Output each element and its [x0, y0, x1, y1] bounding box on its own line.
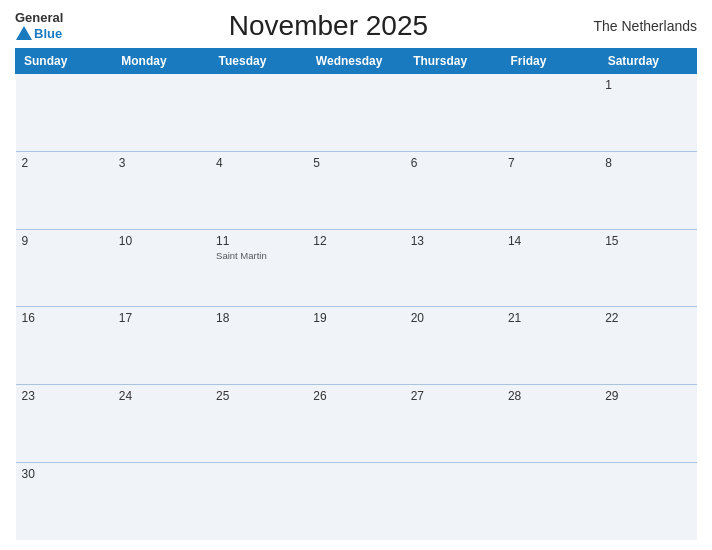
day-number: 20: [411, 311, 496, 325]
day-number: 28: [508, 389, 593, 403]
day-number: 26: [313, 389, 398, 403]
day-number: 8: [605, 156, 690, 170]
day-number: 18: [216, 311, 301, 325]
weekday-header-cell: Wednesday: [307, 49, 404, 74]
calendar-day-cell: 14: [502, 229, 599, 307]
calendar-day-cell: [210, 74, 307, 152]
calendar-day-cell: [307, 462, 404, 540]
calendar-day-cell: 17: [113, 307, 210, 385]
calendar-day-cell: 13: [405, 229, 502, 307]
day-number: 9: [22, 234, 107, 248]
calendar-day-cell: 1: [599, 74, 696, 152]
calendar-day-cell: [502, 462, 599, 540]
day-number: 23: [22, 389, 107, 403]
logo-triangle-icon: [16, 26, 32, 40]
calendar-day-cell: 30: [16, 462, 113, 540]
calendar-header: General Blue November 2025 The Netherlan…: [15, 10, 697, 42]
day-number: 21: [508, 311, 593, 325]
weekday-header-cell: Friday: [502, 49, 599, 74]
day-number: 2: [22, 156, 107, 170]
country-name: The Netherlands: [593, 18, 697, 34]
logo-blue-row: Blue: [15, 26, 62, 41]
day-number: 22: [605, 311, 690, 325]
calendar-day-cell: 19: [307, 307, 404, 385]
day-number: 15: [605, 234, 690, 248]
calendar-day-cell: 3: [113, 151, 210, 229]
calendar-week-row: 1: [16, 74, 697, 152]
event-label: Saint Martin: [216, 250, 301, 261]
calendar-day-cell: 25: [210, 385, 307, 463]
calendar-day-cell: 9: [16, 229, 113, 307]
day-number: 27: [411, 389, 496, 403]
calendar-day-cell: 12: [307, 229, 404, 307]
day-number: 1: [605, 78, 690, 92]
calendar-day-cell: 26: [307, 385, 404, 463]
calendar-day-cell: 10: [113, 229, 210, 307]
calendar-day-cell: [210, 462, 307, 540]
calendar-day-cell: 2: [16, 151, 113, 229]
weekday-header-cell: Sunday: [16, 49, 113, 74]
logo-general-text: General: [15, 11, 63, 25]
calendar-day-cell: [599, 462, 696, 540]
calendar-week-row: 2345678: [16, 151, 697, 229]
logo-blue-text: Blue: [34, 26, 62, 41]
day-number: 12: [313, 234, 398, 248]
calendar-day-cell: 4: [210, 151, 307, 229]
day-number: 17: [119, 311, 204, 325]
calendar-table: SundayMondayTuesdayWednesdayThursdayFrid…: [15, 48, 697, 540]
calendar-week-row: 16171819202122: [16, 307, 697, 385]
calendar-day-cell: 22: [599, 307, 696, 385]
calendar-title: November 2025: [63, 10, 593, 42]
weekday-header-cell: Monday: [113, 49, 210, 74]
calendar-day-cell: [113, 74, 210, 152]
calendar-day-cell: [16, 74, 113, 152]
weekday-header-cell: Thursday: [405, 49, 502, 74]
day-number: 4: [216, 156, 301, 170]
day-number: 14: [508, 234, 593, 248]
day-number: 5: [313, 156, 398, 170]
day-number: 13: [411, 234, 496, 248]
day-number: 16: [22, 311, 107, 325]
calendar-day-cell: 7: [502, 151, 599, 229]
day-number: 7: [508, 156, 593, 170]
calendar-day-cell: 6: [405, 151, 502, 229]
day-number: 25: [216, 389, 301, 403]
day-number: 19: [313, 311, 398, 325]
calendar-day-cell: 8: [599, 151, 696, 229]
calendar-day-cell: [307, 74, 404, 152]
calendar-body: 1234567891011Saint Martin121314151617181…: [16, 74, 697, 541]
calendar-day-cell: 11Saint Martin: [210, 229, 307, 307]
day-number: 11: [216, 234, 301, 248]
calendar-day-cell: 29: [599, 385, 696, 463]
day-number: 29: [605, 389, 690, 403]
calendar-day-cell: 15: [599, 229, 696, 307]
logo: General Blue: [15, 11, 63, 40]
calendar-day-cell: [113, 462, 210, 540]
calendar-week-row: 91011Saint Martin12131415: [16, 229, 697, 307]
calendar-day-cell: 28: [502, 385, 599, 463]
day-number: 10: [119, 234, 204, 248]
weekday-header-row: SundayMondayTuesdayWednesdayThursdayFrid…: [16, 49, 697, 74]
calendar-day-cell: 27: [405, 385, 502, 463]
day-number: 24: [119, 389, 204, 403]
calendar-day-cell: 5: [307, 151, 404, 229]
weekday-header-cell: Tuesday: [210, 49, 307, 74]
calendar-day-cell: [405, 74, 502, 152]
calendar-day-cell: [502, 74, 599, 152]
day-number: 3: [119, 156, 204, 170]
calendar-week-row: 30: [16, 462, 697, 540]
calendar-day-cell: [405, 462, 502, 540]
day-number: 6: [411, 156, 496, 170]
calendar-day-cell: 21: [502, 307, 599, 385]
calendar-header-row: SundayMondayTuesdayWednesdayThursdayFrid…: [16, 49, 697, 74]
day-number: 30: [22, 467, 107, 481]
calendar-day-cell: 16: [16, 307, 113, 385]
calendar-day-cell: 24: [113, 385, 210, 463]
weekday-header-cell: Saturday: [599, 49, 696, 74]
calendar-day-cell: 18: [210, 307, 307, 385]
calendar-day-cell: 23: [16, 385, 113, 463]
calendar-day-cell: 20: [405, 307, 502, 385]
calendar-week-row: 23242526272829: [16, 385, 697, 463]
